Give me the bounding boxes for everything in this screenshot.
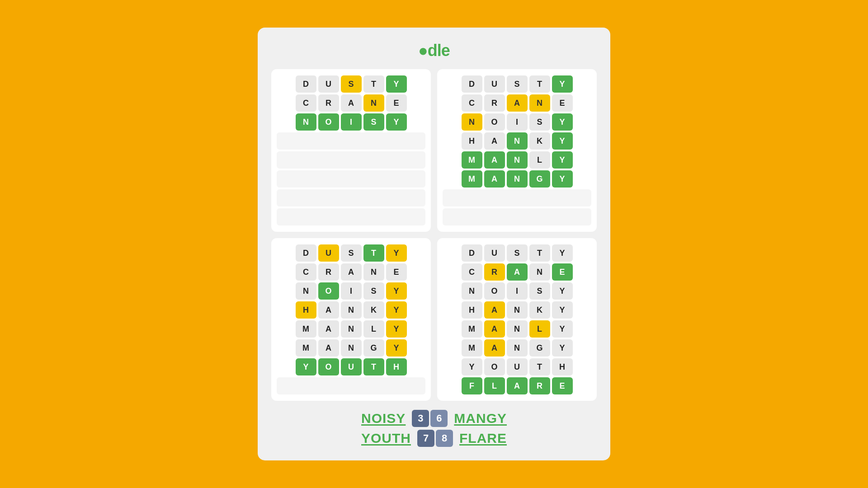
cell: H [296, 301, 316, 319]
cell: A [507, 377, 528, 394]
grid-row: MANLY [443, 320, 591, 338]
cell: I [507, 113, 528, 131]
cell: E [386, 263, 407, 281]
grid-row: NOISY [443, 282, 591, 300]
cell: A [484, 320, 505, 338]
cell: E [552, 377, 573, 394]
cell: S [507, 244, 528, 262]
empty-row [443, 208, 591, 225]
cell: Y [552, 113, 573, 131]
answer-word-mangy: MANGY [454, 411, 507, 426]
cell: Y [552, 320, 573, 338]
cell: R [484, 94, 505, 112]
cell: D [462, 75, 482, 93]
grid-row: CRANE [443, 94, 591, 112]
cell: R [529, 377, 550, 394]
grid-row: DUSTY [443, 75, 591, 93]
grid-row: FLARE [443, 377, 591, 394]
grid-row: CRANE [277, 94, 425, 112]
cell: Y [386, 301, 407, 319]
cell: I [341, 113, 362, 131]
cell: I [507, 282, 528, 300]
cell: Y [462, 358, 482, 375]
grid-panel-3: DUSTYCRANENOISYHANKYMANLYMANGYYOUTH [271, 238, 431, 401]
cell: U [484, 244, 505, 262]
cell: Y [552, 170, 573, 188]
cell: L [529, 320, 550, 338]
main-container: ●dle DUSTYCRANENOISYDUSTYCRANENOISYHANKY… [258, 28, 610, 460]
cell: E [386, 94, 407, 112]
cell: C [462, 263, 482, 281]
cell: S [529, 282, 550, 300]
cell: N [296, 113, 316, 131]
cell: N [296, 282, 316, 300]
grid-row: CRANE [443, 263, 591, 281]
cell: M [462, 151, 482, 169]
cell: H [462, 301, 482, 319]
cell: N [507, 339, 528, 357]
empty-row [277, 208, 425, 225]
cell: M [462, 320, 482, 338]
cell: A [507, 94, 528, 112]
cell: N [341, 339, 362, 357]
answer-row-1: NOISY36MANGY [361, 410, 507, 427]
cell: N [341, 320, 362, 338]
cell: Y [552, 339, 573, 357]
grid-panel-1: DUSTYCRANENOISY [271, 69, 431, 232]
grid-row: HANKY [443, 132, 591, 150]
cell: T [529, 358, 550, 375]
cell: Y [386, 320, 407, 338]
cell: G [529, 339, 550, 357]
empty-row [443, 189, 591, 206]
cell: O [318, 113, 339, 131]
score-badge-36: 36 [412, 410, 448, 427]
cell: S [363, 113, 384, 131]
cell: L [529, 151, 550, 169]
cell: S [529, 113, 550, 131]
grid-row: NOISY [277, 113, 425, 131]
cell: Y [552, 282, 573, 300]
cell: Y [386, 75, 407, 93]
cell: N [529, 263, 550, 281]
score-tile: 3 [412, 410, 429, 427]
cell: E [552, 263, 573, 281]
grid-row: MANGY [277, 339, 425, 357]
cell: N [507, 151, 528, 169]
answer-word-youth: YOUTH [361, 431, 411, 446]
cell: G [529, 170, 550, 188]
empty-row [277, 189, 425, 206]
grid-row: HANKY [277, 301, 425, 319]
cell: A [341, 263, 362, 281]
cell: M [462, 170, 482, 188]
cell: K [529, 132, 550, 150]
cell: L [484, 377, 505, 394]
cell: F [462, 377, 482, 394]
empty-row [277, 151, 425, 169]
cell: N [507, 170, 528, 188]
cell: U [318, 75, 339, 93]
grid-row: YOUTH [277, 358, 425, 375]
cell: A [484, 132, 505, 150]
grid-row: YOUTH [443, 358, 591, 375]
cell: K [363, 301, 384, 319]
cell: R [484, 263, 505, 281]
cell: O [318, 358, 339, 375]
cell: H [552, 358, 573, 375]
score-tile: 7 [417, 430, 434, 447]
cell: S [341, 244, 362, 262]
grid-panel-4: DUSTYCRANENOISYHANKYMANLYMANGYYOUTHFLARE [437, 238, 597, 401]
score-badge-78: 78 [417, 430, 453, 447]
cell: T [363, 244, 384, 262]
cell: E [552, 94, 573, 112]
cell: D [462, 244, 482, 262]
grid-row: DUSTY [443, 244, 591, 262]
cell: N [462, 113, 482, 131]
cell: Y [386, 244, 407, 262]
cell: A [484, 170, 505, 188]
cell: I [341, 282, 362, 300]
empty-row [277, 170, 425, 188]
cell: O [484, 282, 505, 300]
cell: A [341, 94, 362, 112]
cell: A [484, 301, 505, 319]
cell: O [484, 358, 505, 375]
